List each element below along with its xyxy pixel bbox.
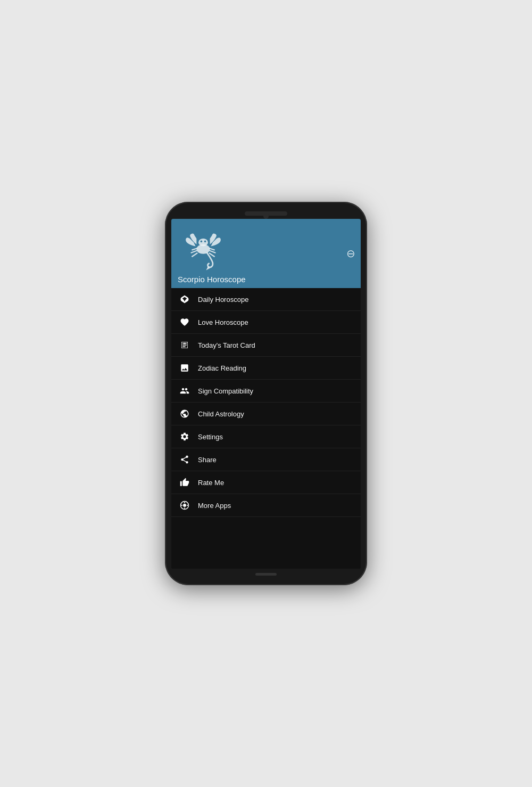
image-icon bbox=[180, 363, 189, 373]
svg-point-9 bbox=[201, 241, 203, 243]
thumbs-up-icon bbox=[180, 478, 189, 487]
svg-point-1 bbox=[198, 239, 208, 246]
share-label: Share bbox=[198, 456, 217, 464]
star-icon bbox=[180, 294, 189, 304]
drawer-item-more-apps[interactable]: More Apps bbox=[171, 494, 361, 517]
daily-horoscope-icon bbox=[179, 293, 190, 305]
daily-horoscope-label: Daily Horoscope bbox=[198, 296, 248, 304]
zodiac-icon bbox=[179, 362, 190, 374]
more-apps-icon-svg bbox=[180, 501, 189, 510]
love-horoscope-icon bbox=[179, 316, 190, 328]
child-icon bbox=[180, 409, 189, 419]
svg-point-13 bbox=[184, 502, 185, 503]
drawer-overlay[interactable]: Scorpio Horoscope ⊖ Daily Horoscope bbox=[171, 219, 361, 569]
child-astrology-label: Child Astrology bbox=[198, 410, 244, 418]
drawer-close-icon[interactable]: ⊖ bbox=[346, 247, 355, 260]
compat-icon bbox=[179, 385, 190, 397]
drawer-item-rate[interactable]: Rate Me bbox=[171, 471, 361, 494]
svg-point-16 bbox=[187, 505, 188, 506]
drawer-item-love-horoscope[interactable]: Love Horoscope bbox=[171, 311, 361, 334]
rate-icon bbox=[179, 477, 190, 488]
scorpio-image bbox=[171, 219, 235, 277]
rate-label: Rate Me bbox=[198, 479, 224, 487]
settings-icon bbox=[179, 431, 190, 442]
drawer-item-compatibility[interactable]: Sign Compatibility bbox=[171, 380, 361, 403]
card-icon bbox=[180, 340, 189, 350]
svg-point-14 bbox=[184, 507, 185, 509]
drawer-item-child-astrology[interactable]: Child Astrology bbox=[171, 403, 361, 425]
compat-label: Sign Compatibility bbox=[198, 387, 253, 395]
drawer-item-settings[interactable]: Settings bbox=[171, 425, 361, 448]
more-apps-label: More Apps bbox=[198, 502, 231, 510]
scorpio-icon bbox=[179, 224, 227, 272]
phone-home-button[interactable] bbox=[255, 573, 277, 576]
svg-point-15 bbox=[181, 505, 182, 506]
compatibility-icon bbox=[180, 386, 189, 396]
drawer-item-daily-horoscope[interactable]: Daily Horoscope bbox=[171, 288, 361, 311]
phone-device: 5:55 3.60 KB/S 🔑 VoLTE 📶 5% ⏺ Scorpio Ho… bbox=[165, 202, 367, 585]
share-icon bbox=[179, 454, 190, 465]
tarot-label: Today's Tarot Card bbox=[198, 341, 255, 349]
zodiac-label: Zodiac Reading bbox=[198, 364, 246, 372]
drawer-header: Scorpio Horoscope ⊖ bbox=[171, 219, 361, 288]
tarot-icon bbox=[179, 339, 190, 351]
child-astrology-icon bbox=[179, 408, 190, 420]
svg-line-3 bbox=[191, 251, 197, 253]
phone-screen: 5:55 3.60 KB/S 🔑 VoLTE 📶 5% ⏺ Scorpio Ho… bbox=[171, 219, 361, 569]
gear-icon bbox=[180, 432, 189, 441]
heart-icon bbox=[180, 317, 189, 327]
svg-line-6 bbox=[210, 251, 216, 253]
drawer-items-list: Daily Horoscope Love Horoscope bbox=[171, 288, 361, 569]
settings-label: Settings bbox=[198, 433, 223, 441]
svg-line-4 bbox=[192, 253, 197, 257]
phone-camera bbox=[263, 214, 269, 219]
drawer-item-share[interactable]: Share bbox=[171, 448, 361, 471]
drawer-item-tarot[interactable]: Today's Tarot Card bbox=[171, 334, 361, 357]
svg-point-12 bbox=[183, 504, 186, 507]
share-icon-svg bbox=[180, 455, 189, 464]
more-apps-icon bbox=[179, 499, 190, 511]
drawer-item-zodiac[interactable]: Zodiac Reading bbox=[171, 357, 361, 380]
svg-point-10 bbox=[204, 241, 206, 243]
love-horoscope-label: Love Horoscope bbox=[198, 318, 248, 326]
